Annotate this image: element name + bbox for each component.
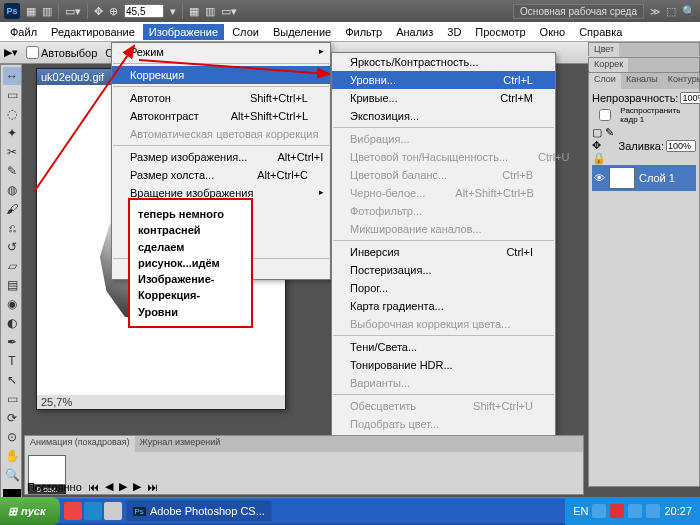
tray-av-icon[interactable] xyxy=(610,504,624,518)
next-frame-icon[interactable]: ▶ xyxy=(133,480,141,493)
search-icon[interactable]: 🔍 xyxy=(682,5,696,18)
tab-measurement[interactable]: Журнал измерений xyxy=(135,436,226,452)
image-menu-item-0[interactable]: Режим xyxy=(112,43,330,61)
adjust-menu-item-13[interactable]: Постеризация... xyxy=(332,261,555,279)
tool-preset-icon[interactable]: ▶▾ xyxy=(4,46,18,59)
view-extras-icon[interactable]: ▭▾ xyxy=(65,5,81,18)
play-icon[interactable]: ▶ xyxy=(119,480,127,493)
rulers-icon[interactable]: ▦ xyxy=(189,5,199,18)
image-menu-item-10[interactable]: Вращение изображения xyxy=(112,184,330,202)
ql-opera-icon[interactable] xyxy=(64,502,82,520)
move-tool[interactable]: ↔ xyxy=(3,67,21,85)
lang-indicator[interactable]: EN xyxy=(573,505,588,517)
path-tool[interactable]: ↖ xyxy=(3,371,21,389)
menu-image[interactable]: Изображение xyxy=(143,24,224,40)
lasso-tool[interactable]: ◌ xyxy=(3,105,21,123)
ql-ie-icon[interactable] xyxy=(84,502,102,520)
menu-filter[interactable]: Фильтр xyxy=(339,24,388,40)
zoom-icon[interactable]: ⊕ xyxy=(109,5,118,18)
task-photoshop[interactable]: Ps Adobe Photoshop CS... xyxy=(126,500,272,522)
menu-edit[interactable]: Редактирование xyxy=(45,24,141,40)
start-button[interactable]: ⊞пуск xyxy=(0,497,60,525)
image-menu-item-2[interactable]: Коррекция xyxy=(112,66,330,84)
layer-thumb xyxy=(609,167,635,189)
loop-mode[interactable]: Постоянно xyxy=(27,481,82,493)
menu-select[interactable]: Выделение xyxy=(267,24,337,40)
image-menu-item-5[interactable]: АвтоконтрастAlt+Shift+Ctrl+L xyxy=(112,107,330,125)
hand-tool[interactable]: ✋ xyxy=(3,447,21,465)
autoselect-checkbox[interactable]: Автовыбор xyxy=(26,46,97,59)
gradient-tool[interactable]: ▤ xyxy=(3,276,21,294)
brush-tool[interactable]: 🖌 xyxy=(3,200,21,218)
lock-icons[interactable]: ▢ ✎ ✥ 🔒 xyxy=(592,126,615,165)
workspace-button[interactable]: Основная рабочая среда xyxy=(513,4,644,19)
image-menu-item-9[interactable]: Размер холста...Alt+Ctrl+C xyxy=(112,166,330,184)
taskbar: ⊞пуск Ps Adobe Photoshop CS... EN 20:27 xyxy=(0,497,700,525)
crop-tool[interactable]: ✂ xyxy=(3,143,21,161)
tab-paths[interactable]: Контуры xyxy=(663,73,700,89)
history-brush-tool[interactable]: ↺ xyxy=(3,238,21,256)
adjust-menu-item-19[interactable]: Тонирование HDR... xyxy=(332,356,555,374)
tab-channels[interactable]: Каналы xyxy=(621,73,663,89)
last-frame-icon[interactable]: ⏭ xyxy=(147,481,158,493)
adjust-menu-item-0[interactable]: Яркость/Контрастность... xyxy=(332,53,555,71)
panels: Цвет Коррек Слои Каналы Контуры Непрозра… xyxy=(588,42,700,487)
fill-input[interactable] xyxy=(666,140,696,152)
tab-animation[interactable]: Анимация (покадровая) xyxy=(25,436,135,452)
tray-icon[interactable] xyxy=(592,504,606,518)
3d-camera-tool[interactable]: ⊙ xyxy=(3,428,21,446)
adjust-menu-item-16: Выборочная коррекция цвета... xyxy=(332,315,555,333)
screenmode-icon[interactable]: ▭▾ xyxy=(221,5,237,18)
marquee-tool[interactable]: ▭ xyxy=(3,86,21,104)
eraser-tool[interactable]: ▱ xyxy=(3,257,21,275)
menu-3d[interactable]: 3D xyxy=(441,24,467,40)
opacity-input[interactable] xyxy=(680,92,700,104)
menu-layer[interactable]: Слои xyxy=(226,24,265,40)
pen-tool[interactable]: ✒ xyxy=(3,333,21,351)
bridge-icon[interactable]: ▦ xyxy=(26,5,36,18)
prev-frame-icon[interactable]: ◀ xyxy=(105,480,113,493)
type-tool[interactable]: T xyxy=(3,352,21,370)
stamp-tool[interactable]: ⎌ xyxy=(3,219,21,237)
adjust-menu-item-1[interactable]: Уровни...Ctrl+L xyxy=(332,71,555,89)
image-menu-item-4[interactable]: АвтотонShift+Ctrl+L xyxy=(112,89,330,107)
adjust-menu-item-12[interactable]: ИнверсияCtrl+I xyxy=(332,243,555,261)
workspace-chevron-icon[interactable]: ≫ xyxy=(650,6,660,17)
blur-tool[interactable]: ◉ xyxy=(3,295,21,313)
visibility-icon[interactable]: 👁 xyxy=(594,172,605,184)
zoom-input[interactable] xyxy=(124,4,164,18)
guides-icon[interactable]: ▥ xyxy=(205,5,215,18)
propagate-checkbox[interactable] xyxy=(592,109,618,121)
menu-analysis[interactable]: Анализ xyxy=(390,24,439,40)
first-frame-icon[interactable]: ⏮ xyxy=(88,481,99,493)
eyedropper-tool[interactable]: ✎ xyxy=(3,162,21,180)
clock[interactable]: 20:27 xyxy=(664,505,692,517)
toolbox: ↔ ▭ ◌ ✦ ✂ ✎ ◍ 🖌 ⎌ ↺ ▱ ▤ ◉ ◐ ✒ T ↖ ▭ ⟳ ⊙ … xyxy=(0,64,22,525)
cslive-icon[interactable]: ⬚ xyxy=(666,5,676,18)
adjust-menu-item-2[interactable]: Кривые...Ctrl+M xyxy=(332,89,555,107)
image-menu-item-8[interactable]: Размер изображения...Alt+Ctrl+I xyxy=(112,148,330,166)
mini-bridge-icon[interactable]: ▥ xyxy=(42,5,52,18)
menu-view[interactable]: Просмотр xyxy=(469,24,531,40)
layer-row[interactable]: 👁 Слой 1 xyxy=(592,165,696,191)
tray-net-icon[interactable] xyxy=(646,504,660,518)
adjust-menu-item-15[interactable]: Карта градиента... xyxy=(332,297,555,315)
menu-window[interactable]: Окно xyxy=(534,24,572,40)
adjust-menu-item-14[interactable]: Порог... xyxy=(332,279,555,297)
menu-file[interactable]: Файл xyxy=(4,24,43,40)
ql-desktop-icon[interactable] xyxy=(104,502,122,520)
3d-tool[interactable]: ⟳ xyxy=(3,409,21,427)
heal-tool[interactable]: ◍ xyxy=(3,181,21,199)
shape-tool[interactable]: ▭ xyxy=(3,390,21,408)
hand-icon[interactable]: ✥ xyxy=(94,5,103,18)
dodge-tool[interactable]: ◐ xyxy=(3,314,21,332)
adjust-menu-item-3[interactable]: Экспозиция... xyxy=(332,107,555,125)
tray-vol-icon[interactable] xyxy=(628,504,642,518)
zoom-tool[interactable]: 🔍 xyxy=(3,466,21,484)
menu-help[interactable]: Справка xyxy=(573,24,628,40)
adjust-menu-item-23: Подобрать цвет... xyxy=(332,415,555,433)
quicklaunch xyxy=(64,502,122,520)
wand-tool[interactable]: ✦ xyxy=(3,124,21,142)
adjust-menu-item-18[interactable]: Тени/Света... xyxy=(332,338,555,356)
tab-layers[interactable]: Слои xyxy=(589,73,621,89)
